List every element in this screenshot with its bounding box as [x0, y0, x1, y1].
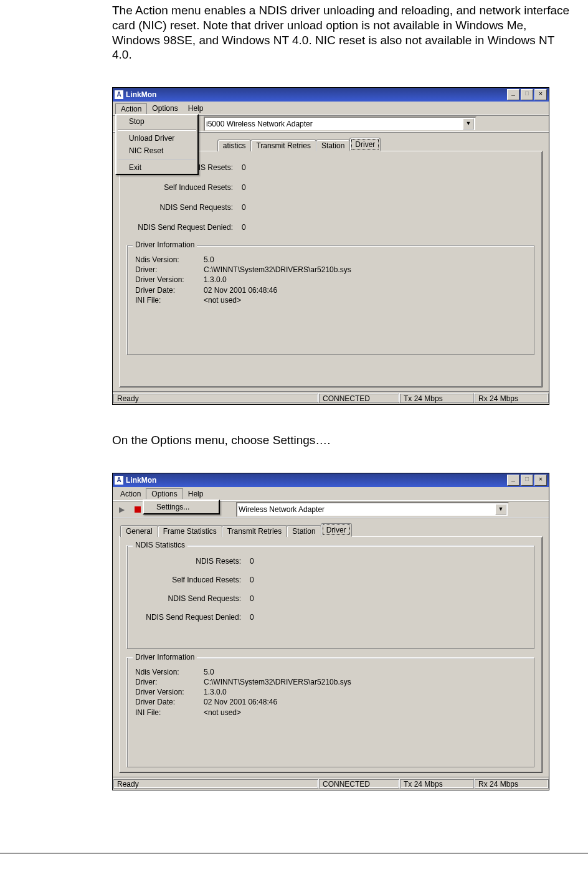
- status-connected: CONNECTED: [318, 779, 399, 789]
- adapter-text: Wireless Network Adapter: [239, 505, 495, 514]
- tab-driver[interactable]: Driver: [321, 523, 352, 537]
- action-stop[interactable]: Stop: [116, 115, 197, 128]
- status-ready: Ready: [113, 779, 318, 789]
- window-title: LinkMon: [126, 476, 507, 485]
- driver-path-value: C:\WINNT\System32\DRIVERS\ar5210b.sys: [204, 265, 351, 275]
- menu-options[interactable]: Options: [147, 103, 183, 113]
- menu-help[interactable]: Help: [183, 489, 209, 499]
- self-induced-value: 0: [250, 576, 526, 584]
- tab-frame-statistics[interactable]: atistics: [217, 140, 252, 151]
- tab-frame-statistics[interactable]: Frame Statistics: [158, 525, 222, 537]
- ndis-denied-value: 0: [250, 613, 526, 622]
- options-dropdown: Settings...: [143, 500, 220, 514]
- ndis-send-value: 0: [242, 203, 534, 212]
- minimize-button[interactable]: _: [507, 89, 519, 100]
- tab-station[interactable]: Station: [287, 525, 321, 537]
- ini-file-label: INI File:: [135, 295, 204, 305]
- statusbar: Ready CONNECTED Tx 24 Mbps Rx 24 Mbps: [113, 777, 549, 790]
- status-tx: Tx 24 Mbps: [399, 779, 474, 789]
- driver-version-label: Driver Version:: [135, 275, 204, 285]
- play-icon[interactable]: ▶: [116, 505, 126, 514]
- driver-version-label: Driver Version:: [135, 687, 204, 697]
- stop-icon[interactable]: [133, 505, 143, 514]
- driver-version-value: 1.3.0.0: [204, 687, 227, 697]
- driver-date-label: Driver Date:: [135, 285, 204, 295]
- ndis-denied-value: 0: [242, 223, 534, 232]
- driver-info-group: Driver Information Ndis Version:5.0 Driv…: [127, 658, 534, 767]
- driver-info-legend: Driver Information: [133, 240, 197, 249]
- chevron-down-icon[interactable]: ▼: [463, 118, 474, 130]
- ndis-denied-label: NDIS Send Request Denied:: [127, 223, 242, 232]
- driver-date-value: 02 Nov 2001 06:48:46: [204, 697, 277, 707]
- tab-panel: NDIS Statistics NDIS Resets:0 Self Induc…: [119, 536, 543, 773]
- ndis-version-label: Ndis Version:: [135, 255, 204, 265]
- ini-file-value: <not used>: [204, 295, 241, 305]
- driver-date-value: 02 Nov 2001 06:48:46: [204, 285, 277, 295]
- ndis-send-label: NDIS Send Requests:: [135, 594, 250, 603]
- linkmon-window-action-menu: A LinkMon _ □ ✕ Action Options Help Stop…: [112, 87, 549, 405]
- action-nic-reset[interactable]: NIC Reset: [116, 145, 197, 157]
- tab-transmit-retries[interactable]: Transmit Retries: [222, 525, 288, 537]
- driver-date-label: Driver Date:: [135, 697, 204, 707]
- adapter-combo[interactable]: i5000 Wireless Network Adapter ▼: [204, 116, 477, 131]
- status-ready: Ready: [113, 393, 318, 403]
- self-induced-label: Self Induced Resets:: [127, 183, 242, 192]
- adapter-text: i5000 Wireless Network Adapter: [206, 120, 463, 128]
- self-induced-label: Self Induced Resets:: [135, 576, 250, 584]
- driver-path-label: Driver:: [135, 677, 204, 687]
- statusbar: Ready CONNECTED Tx 24 Mbps Rx 24 Mbps: [113, 391, 549, 404]
- ini-file-label: INI File:: [135, 708, 204, 718]
- self-induced-value: 0: [242, 183, 534, 192]
- driver-version-value: 1.3.0.0: [204, 275, 227, 285]
- menu-help[interactable]: Help: [183, 103, 209, 113]
- menu-action[interactable]: Action: [115, 489, 146, 499]
- ndis-version-value: 5.0: [204, 667, 214, 677]
- ndis-send-label: NDIS Send Requests:: [127, 203, 242, 212]
- maximize-button[interactable]: □: [521, 89, 533, 100]
- maximize-button[interactable]: □: [521, 475, 533, 486]
- app-icon: A: [115, 476, 123, 485]
- tab-station[interactable]: Station: [316, 140, 350, 151]
- action-unload-driver[interactable]: Unload Driver: [116, 132, 197, 145]
- ndis-resets-value: 0: [250, 557, 526, 566]
- separator: [118, 130, 196, 130]
- ndis-version-label: Ndis Version:: [135, 667, 204, 677]
- ndis-denied-label: NDIS Send Request Denied:: [135, 613, 250, 622]
- ini-file-value: <not used>: [204, 708, 241, 718]
- tab-transmit-retries[interactable]: Transmit Retries: [250, 140, 316, 151]
- action-dropdown: Stop Unload Driver NIC Reset Exit: [115, 114, 199, 175]
- status-rx: Rx 24 Mbps: [474, 393, 549, 403]
- status-rx: Rx 24 Mbps: [474, 779, 549, 789]
- chevron-down-icon[interactable]: ▼: [495, 504, 506, 515]
- action-exit[interactable]: Exit: [116, 161, 197, 174]
- titlebar[interactable]: A LinkMon _ □ ✕: [113, 88, 549, 102]
- driver-path-label: Driver:: [135, 265, 204, 275]
- menu-action[interactable]: Action: [115, 103, 147, 114]
- driver-path-value: C:\WINNT\System32\DRIVERS\ar5210b.sys: [204, 677, 351, 687]
- ndis-send-value: 0: [250, 594, 526, 603]
- status-connected: CONNECTED: [318, 393, 399, 403]
- minimize-button[interactable]: _: [507, 475, 519, 486]
- ndis-resets-label: NDIS Resets:: [135, 557, 250, 566]
- driver-info-legend: Driver Information: [133, 653, 197, 661]
- intro-paragraph: The Action menu enables a NDIS driver un…: [112, 3, 573, 62]
- tabstrip: General Frame Statistics Transmit Retrie…: [120, 523, 543, 537]
- tab-panel: NDIS Resets:0 Self Induced Resets:0 NDIS…: [119, 151, 543, 387]
- close-button[interactable]: ✕: [534, 89, 547, 100]
- adapter-combo[interactable]: Wireless Network Adapter ▼: [236, 502, 509, 517]
- tab-general[interactable]: General: [120, 525, 158, 537]
- page-footer-rule: [0, 853, 588, 854]
- separator: [118, 159, 196, 159]
- tabstrip: General atistics Transmit Retries Statio…: [206, 138, 543, 151]
- ndis-resets-value: 0: [242, 163, 534, 172]
- menu-options[interactable]: Options: [146, 488, 183, 499]
- tab-driver[interactable]: Driver: [349, 138, 381, 151]
- ndis-stats-legend: NDIS Statistics: [133, 541, 187, 549]
- linkmon-window-options-menu: A LinkMon _ □ ✕ Action Options Help Sett…: [112, 473, 549, 790]
- close-button[interactable]: ✕: [534, 475, 547, 486]
- options-settings[interactable]: Settings...: [144, 501, 219, 513]
- window-title: LinkMon: [126, 90, 507, 99]
- ndis-version-value: 5.0: [204, 255, 214, 265]
- titlebar[interactable]: A LinkMon _ □ ✕: [113, 473, 549, 487]
- driver-info-group: Driver Information Ndis Version:5.0 Driv…: [127, 245, 534, 355]
